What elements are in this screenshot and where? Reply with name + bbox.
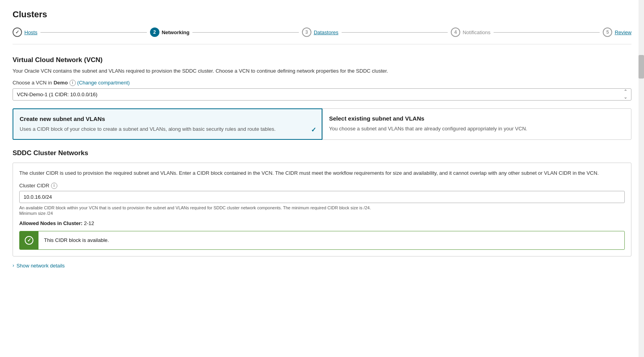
vcn-select-wrapper: VCN-Demo-1 (1 CIDR: 10.0.0.0/16) ⌃⌄: [13, 88, 631, 101]
cluster-cidr-hint: An available CIDR block within your VCN …: [19, 205, 625, 210]
step-circle-networking: 2: [150, 27, 159, 37]
step-label-notifications: Notifications: [463, 29, 490, 35]
chevron-right-icon: ›: [13, 263, 14, 268]
vcn-compartment: Demo: [53, 80, 68, 86]
step-connector-1: [40, 32, 146, 33]
vcn-section-desc: Your Oracle VCN contains the subnet and …: [13, 67, 631, 75]
vcn-label-text: Choose a VCN in: [13, 80, 52, 86]
change-compartment-link[interactable]: (Change compartment): [77, 80, 130, 86]
step-notifications[interactable]: 4 Notifications: [451, 27, 490, 37]
cluster-cidr-input[interactable]: [19, 191, 625, 203]
vcn-select[interactable]: VCN-Demo-1 (1 CIDR: 10.0.0.0/16): [13, 88, 631, 101]
sddc-box: The cluster CIDR is used to provision th…: [13, 163, 631, 256]
sddc-section-title: SDDC Cluster Networks: [13, 149, 631, 157]
step-connector-4: [494, 32, 600, 33]
step-connector-2: [192, 32, 298, 33]
success-check-icon: ✓: [25, 236, 33, 245]
step-label-hosts: Hosts: [24, 29, 37, 35]
vcn-section-title: Virtual Cloud Network (VCN): [13, 56, 631, 64]
show-network-details[interactable]: › Show network details: [13, 263, 631, 269]
option-card-create-desc: Uses a CIDR block of your choice to crea…: [20, 125, 315, 133]
cluster-cidr-info-icon[interactable]: i: [51, 183, 57, 189]
cluster-cidr-hint-min: Minimum size /24: [19, 211, 625, 216]
step-hosts[interactable]: ✓ Hosts: [13, 27, 37, 37]
allowed-nodes: Allowed Nodes in Cluster: 2-12: [19, 220, 625, 226]
step-networking[interactable]: 2 Networking: [150, 27, 190, 37]
option-card-existing[interactable]: Select existing subnet and VLANs You cho…: [322, 108, 631, 140]
option-cards: Create new subnet and VLANs Uses a CIDR …: [13, 108, 631, 140]
success-banner: ✓ This CIDR block is available.: [19, 231, 625, 250]
cluster-cidr-label: Cluster CIDR i: [19, 183, 625, 189]
option-card-existing-desc: You choose a subnet and VLANs that are a…: [329, 125, 625, 133]
success-banner-text: This CIDR block is available.: [38, 233, 114, 248]
option-card-create[interactable]: Create new subnet and VLANs Uses a CIDR …: [13, 108, 322, 140]
option-card-existing-title: Select existing subnet and VLANs: [329, 115, 625, 122]
vcn-info-icon[interactable]: i: [70, 80, 76, 86]
step-label-datastores: Datastores: [314, 29, 338, 35]
step-label-review: Review: [615, 29, 631, 35]
allowed-nodes-value: 2-12: [84, 220, 94, 226]
allowed-nodes-label: Allowed Nodes in Cluster:: [19, 220, 82, 226]
show-network-details-label: Show network details: [16, 263, 65, 269]
sddc-box-desc: The cluster CIDR is used to provision th…: [19, 169, 625, 177]
step-circle-notifications: 4: [451, 27, 460, 37]
step-review[interactable]: 5 Review: [603, 27, 631, 37]
step-circle-hosts: ✓: [13, 27, 22, 37]
step-circle-datastores: 3: [302, 27, 311, 37]
scrollbar-thumb[interactable]: [639, 55, 644, 79]
step-circle-review: 5: [603, 27, 612, 37]
option-card-create-title: Create new subnet and VLANs: [20, 115, 315, 122]
scrollbar[interactable]: [639, 0, 644, 357]
step-datastores[interactable]: 3 Datastores: [302, 27, 338, 37]
success-banner-icon-bg: ✓: [20, 231, 38, 249]
vcn-label: Choose a VCN in Demo i (Change compartme…: [13, 80, 631, 86]
page-title: Clusters: [13, 9, 631, 20]
step-connector-3: [342, 32, 448, 33]
step-label-networking: Networking: [162, 29, 190, 35]
check-icon: ✓: [311, 126, 316, 134]
stepper: ✓ Hosts 2 Networking 3 Datastores 4 Noti…: [13, 27, 631, 44]
